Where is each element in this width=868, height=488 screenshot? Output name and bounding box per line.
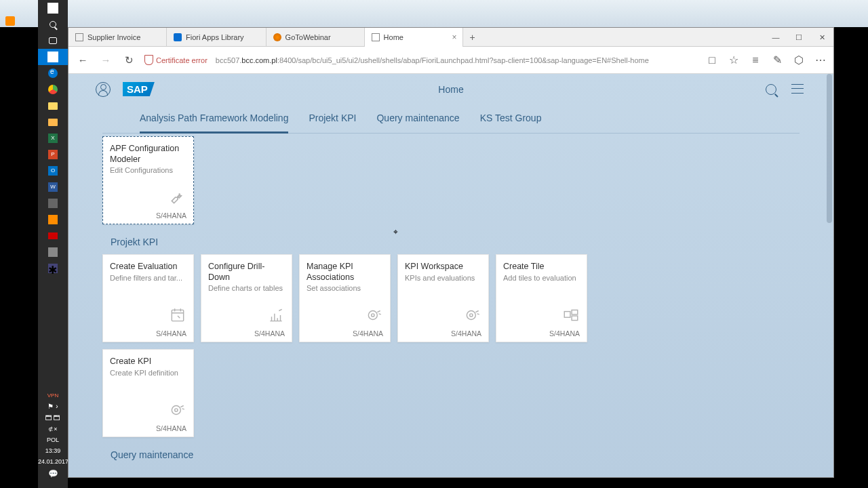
certificate-error[interactable]: Certificate error	[144, 55, 208, 65]
page-icon	[372, 33, 380, 41]
group-title-query-maintenance: Query maintenance	[111, 449, 800, 460]
shield-icon	[144, 55, 153, 65]
favorites-icon[interactable]: ☆	[728, 54, 740, 66]
tab-projekt-kpi[interactable]: Projekt KPI	[309, 113, 356, 133]
notification-icon[interactable]: 💬	[38, 469, 68, 479]
tab-apf-modeling[interactable]: Analysis Path Framework Modeling	[140, 113, 288, 134]
user-icon[interactable]	[96, 82, 111, 97]
task-view-button[interactable]	[38, 33, 68, 49]
tab-label: Fiori Apps Library	[186, 33, 244, 41]
page-icon	[174, 33, 182, 41]
calendar-icon	[169, 306, 186, 324]
svg-point-9	[175, 409, 178, 411]
tile-create-kpi[interactable]: Create KPICreate KPI definitionS/4HANA	[102, 349, 194, 437]
target-icon	[169, 401, 186, 419]
start-button[interactable]	[38, 0, 68, 16]
chart-icon	[267, 306, 285, 324]
tab-bar: Supplier Invoice Fiori Apps Library GoTo…	[68, 28, 833, 47]
cursor-icon: ⌖	[393, 227, 398, 237]
notes-icon[interactable]: ✎	[771, 54, 783, 66]
group-tabs: Analysis Path Framework Modeling Projekt…	[102, 104, 800, 134]
tile-title: Create Evaluation	[110, 262, 188, 272]
tile-subtitle: Define filters and tar...	[110, 274, 188, 282]
powerpoint-icon[interactable]: P	[38, 146, 68, 163]
clock-time[interactable]: 13:39	[38, 447, 68, 454]
scrollbar[interactable]	[827, 74, 832, 223]
tray-icons-2[interactable]: 🗔 🗔	[38, 414, 68, 422]
folder-icon[interactable]	[38, 114, 68, 130]
forward-button[interactable]: →	[98, 53, 113, 68]
tab-ks-test-group[interactable]: KS Test Group	[480, 113, 542, 133]
page-title: Home	[438, 84, 463, 95]
tile-manage-kpi-associations[interactable]: Manage KPI AssociationsSet associationsS…	[299, 254, 391, 342]
tile-icon	[562, 306, 580, 324]
maximize-button[interactable]: ☐	[787, 28, 810, 47]
chrome-icon[interactable]	[38, 81, 68, 98]
tile-subtitle: Define charts or tables	[208, 284, 286, 292]
shell-bar: SAP Home	[68, 74, 833, 104]
taskbar-app-active[interactable]	[38, 49, 68, 65]
excel-icon[interactable]: X	[38, 130, 68, 146]
tile-footer: S/4HANA	[156, 211, 186, 220]
tile-title: Configure Drill-Down	[208, 262, 286, 283]
tab-supplier-invoice[interactable]: Supplier Invoice	[68, 28, 167, 47]
language-indicator[interactable]: POL	[38, 436, 68, 443]
target-icon	[366, 306, 383, 324]
svg-point-8	[172, 406, 180, 415]
app-icon-1[interactable]	[38, 195, 68, 211]
sap-logo: SAP	[123, 82, 155, 96]
tab-fiori-apps-library[interactable]: Fiori Apps Library	[167, 28, 267, 47]
tab-query-maintenance[interactable]: Query maintenance	[376, 113, 459, 133]
tile-title: Create Tile	[503, 262, 581, 272]
app-icon-5[interactable]: ✱	[38, 260, 68, 277]
tab-home[interactable]: Home×	[365, 28, 463, 47]
new-tab-button[interactable]: +	[463, 28, 482, 47]
close-button[interactable]: ✕	[810, 28, 833, 47]
menu-icon[interactable]	[791, 84, 804, 94]
search-button[interactable]	[38, 16, 68, 33]
tab-label: Home	[384, 33, 403, 41]
url-display[interactable]: bcc507.bcc.com.pl:8400/sap/bc/ui5_ui5/ui…	[216, 56, 698, 64]
hub-icon[interactable]: ≡	[749, 54, 762, 66]
tile-subtitle: Add tiles to evaluation	[503, 274, 581, 282]
explorer-icon[interactable]	[38, 98, 68, 114]
back-button[interactable]: ←	[75, 53, 90, 68]
tile-footer: S/4HANA	[549, 329, 580, 338]
outlook-icon[interactable]: O	[38, 163, 68, 179]
app-icon-2[interactable]	[38, 211, 68, 228]
reading-view-icon[interactable]: □	[706, 54, 718, 66]
tab-gotowebinar[interactable]: GoToWebinar	[267, 28, 365, 47]
app-icon-3[interactable]	[38, 228, 68, 244]
word-icon[interactable]: W	[38, 179, 68, 195]
tile-title: KPI Workspace	[405, 262, 483, 272]
tile-kpi-workspace[interactable]: KPI WorkspaceKPIs and evaluationsS/4HANA	[397, 254, 489, 342]
tab-label: Supplier Invoice	[87, 33, 140, 41]
browser-window: Supplier Invoice Fiori Apps Library GoTo…	[68, 27, 834, 478]
tile-title: Manage KPI Associations	[307, 262, 384, 283]
tile-footer: S/4HANA	[353, 329, 383, 338]
volume-icon[interactable]: ⊄×	[38, 426, 68, 432]
close-tab-icon[interactable]: ×	[452, 33, 457, 42]
tile-apf-configuration-modeler[interactable]: APF Configuration Modeler Edit Configura…	[102, 136, 194, 224]
tile-create-evaluation[interactable]: Create EvaluationDefine filters and tar.…	[102, 254, 194, 342]
tile-configure-drill-down[interactable]: Configure Drill-DownDefine charts or tab…	[201, 254, 292, 342]
edge-icon[interactable]	[38, 65, 68, 81]
group-title-projekt-kpi: Projekt KPI	[111, 237, 800, 247]
more-icon[interactable]: ⋯	[814, 54, 827, 66]
address-bar: ← → ↻ Certificate error bcc507.bcc.com.p…	[68, 47, 833, 74]
target-icon	[464, 306, 481, 324]
tile-title: APF Configuration Modeler	[110, 144, 188, 165]
svg-point-4	[470, 314, 473, 317]
app-icon-4[interactable]	[38, 244, 68, 260]
search-icon[interactable]	[766, 84, 776, 95]
tray-icons[interactable]: ⚑ ›	[38, 403, 68, 410]
svg-point-2	[372, 314, 374, 317]
tile-create-tile[interactable]: Create TileAdd tiles to evaluationS/4HAN…	[496, 254, 587, 342]
share-icon[interactable]: ⬡	[793, 54, 805, 66]
minimize-button[interactable]: —	[764, 28, 787, 47]
windows-taskbar: X P O W ✱ VPN ⚑ › 🗔 🗔 ⊄× POL 13:39 24.01…	[38, 0, 68, 488]
content-area: APF Configuration Modeler Edit Configura…	[68, 134, 833, 470]
tile-subtitle: KPIs and evaluations	[405, 274, 483, 282]
refresh-button[interactable]: ↻	[121, 53, 136, 68]
tile-subtitle: Edit Configurations	[110, 166, 188, 174]
